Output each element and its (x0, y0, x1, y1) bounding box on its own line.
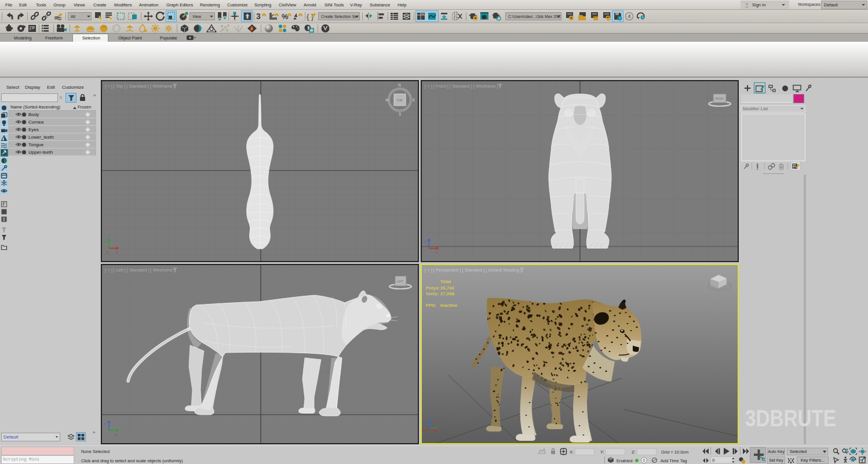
svg-text:S: S (399, 112, 402, 116)
svg-text:x: x (436, 251, 437, 254)
svg-text:x: x (437, 433, 439, 436)
svg-text:z: z (104, 422, 106, 425)
svg-text:4: 4 (628, 13, 631, 19)
svg-text:27,098: 27,098 (440, 291, 455, 296)
svg-text:FPS:: FPS: (426, 303, 436, 308)
svg-text:N: N (398, 83, 401, 87)
svg-text:3DBRUTE: 3DBRUTE (745, 408, 836, 429)
svg-text:y: y (116, 433, 118, 436)
svg-text:Polys:: Polys: (426, 285, 440, 291)
svg-text:E: E (413, 98, 415, 102)
svg-text:3: 3 (256, 12, 261, 21)
svg-text:[ + ] [ Left ] [ Standard ] [: [ + ] [ Left ] [ Standard ] [ Wireframe … (105, 267, 176, 273)
svg-text:FRONT: FRONT (715, 97, 724, 100)
svg-text:x: x (116, 251, 118, 254)
svg-text:[ + ] [ Perspective ] [ Standa: [ + ] [ Perspective ] [ Standard ] [ Def… (425, 267, 521, 273)
svg-text:TOP: TOP (397, 99, 403, 102)
svg-text:y: y (104, 240, 106, 243)
svg-text:W: W (385, 98, 389, 102)
svg-text:%: % (282, 12, 289, 21)
svg-text:[ + ] [ Front ] [ Standard ] [: [ + ] [ Front ] [ Standard ] [ Wireframe… (425, 84, 498, 89)
svg-text:LEFT: LEFT (397, 280, 403, 283)
svg-text:26,742: 26,742 (440, 285, 455, 291)
svg-text:z: z (426, 420, 428, 423)
svg-text:Verts:: Verts: (426, 291, 439, 296)
svg-text:Total: Total (440, 279, 451, 284)
svg-text:z: z (424, 240, 426, 243)
svg-text:[ + ] [ Top ] [ Standard ] [ W: [ + ] [ Top ] [ Standard ] [ Wireframe ] (105, 84, 175, 89)
svg-text:Inactive: Inactive (440, 303, 458, 308)
svg-text:z: z (107, 251, 108, 254)
